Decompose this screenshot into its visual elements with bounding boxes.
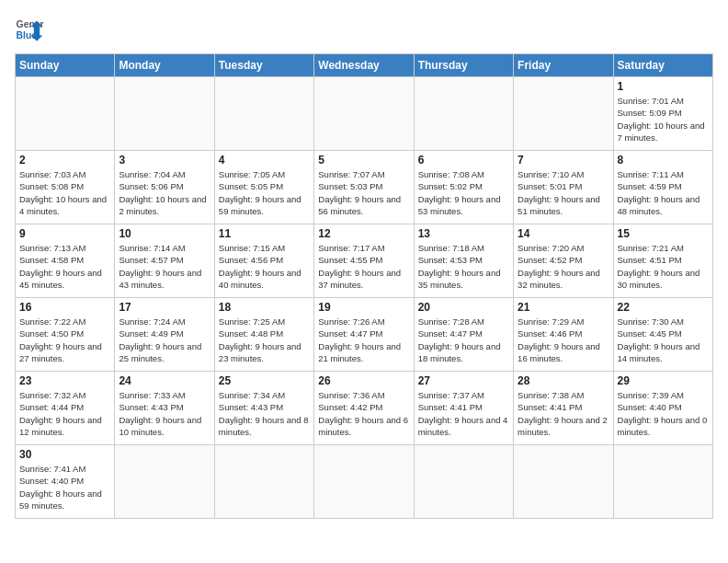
calendar-cell: 1Sunrise: 7:01 AM Sunset: 5:09 PM Daylig…: [613, 77, 712, 151]
calendar-cell: 22Sunrise: 7:30 AM Sunset: 4:45 PM Dayli…: [613, 298, 712, 372]
calendar-cell: 7Sunrise: 7:10 AM Sunset: 5:01 PM Daylig…: [514, 151, 613, 224]
day-info: Sunrise: 7:10 AM Sunset: 5:01 PM Dayligh…: [518, 168, 609, 217]
calendar-cell: 10Sunrise: 7:14 AM Sunset: 4:57 PM Dayli…: [115, 224, 214, 298]
calendar-week-row: 16Sunrise: 7:22 AM Sunset: 4:50 PM Dayli…: [16, 298, 713, 372]
calendar-cell: 21Sunrise: 7:29 AM Sunset: 4:46 PM Dayli…: [514, 298, 613, 372]
weekday-header-cell: Wednesday: [314, 54, 414, 77]
calendar-cell: 18Sunrise: 7:25 AM Sunset: 4:48 PM Dayli…: [214, 298, 313, 372]
calendar-cell: 4Sunrise: 7:05 AM Sunset: 5:05 PM Daylig…: [214, 151, 313, 224]
day-info: Sunrise: 7:24 AM Sunset: 4:49 PM Dayligh…: [119, 316, 210, 364]
logo-icon: General Blue: [15, 15, 44, 44]
day-info: Sunrise: 7:14 AM Sunset: 4:57 PM Dayligh…: [119, 242, 210, 291]
day-info: Sunrise: 7:39 AM Sunset: 4:40 PM Dayligh…: [618, 389, 709, 438]
calendar-cell: 13Sunrise: 7:18 AM Sunset: 4:53 PM Dayli…: [414, 224, 513, 298]
calendar-cell: [613, 445, 712, 519]
calendar-cell: 8Sunrise: 7:11 AM Sunset: 4:59 PM Daylig…: [613, 151, 712, 224]
calendar-cell: [314, 77, 414, 151]
day-number: 7: [518, 154, 609, 167]
calendar-week-row: 23Sunrise: 7:32 AM Sunset: 4:44 PM Dayli…: [16, 372, 713, 445]
calendar-cell: 25Sunrise: 7:34 AM Sunset: 4:43 PM Dayli…: [214, 372, 313, 445]
calendar-cell: 26Sunrise: 7:36 AM Sunset: 4:42 PM Dayli…: [314, 372, 414, 445]
calendar-table: SundayMondayTuesdayWednesdayThursdayFrid…: [15, 53, 713, 519]
day-info: Sunrise: 7:34 AM Sunset: 4:43 PM Dayligh…: [219, 389, 310, 438]
day-info: Sunrise: 7:08 AM Sunset: 5:02 PM Dayligh…: [418, 168, 509, 217]
calendar-cell: [414, 445, 513, 519]
calendar-cell: 19Sunrise: 7:26 AM Sunset: 4:47 PM Dayli…: [314, 298, 414, 372]
calendar-cell: 5Sunrise: 7:07 AM Sunset: 5:03 PM Daylig…: [314, 151, 414, 224]
day-info: Sunrise: 7:05 AM Sunset: 5:05 PM Dayligh…: [219, 168, 310, 217]
weekday-header-cell: Saturday: [613, 54, 712, 77]
calendar-cell: [514, 445, 613, 519]
calendar-cell: 16Sunrise: 7:22 AM Sunset: 4:50 PM Dayli…: [16, 298, 115, 372]
calendar-cell: 15Sunrise: 7:21 AM Sunset: 4:51 PM Dayli…: [613, 224, 712, 298]
day-number: 2: [19, 154, 110, 167]
day-number: 5: [318, 154, 409, 167]
day-info: Sunrise: 7:30 AM Sunset: 4:45 PM Dayligh…: [618, 316, 709, 364]
day-info: Sunrise: 7:26 AM Sunset: 4:47 PM Dayligh…: [318, 316, 409, 364]
logo: General Blue: [15, 15, 44, 44]
day-number: 14: [518, 227, 609, 240]
calendar-cell: 24Sunrise: 7:33 AM Sunset: 4:43 PM Dayli…: [115, 372, 214, 445]
day-info: Sunrise: 7:41 AM Sunset: 4:40 PM Dayligh…: [19, 463, 110, 511]
day-number: 10: [119, 227, 210, 240]
day-info: Sunrise: 7:11 AM Sunset: 4:59 PM Dayligh…: [618, 168, 709, 217]
day-number: 21: [518, 301, 609, 314]
calendar-cell: 29Sunrise: 7:39 AM Sunset: 4:40 PM Dayli…: [613, 372, 712, 445]
calendar-cell: [214, 445, 313, 519]
day-info: Sunrise: 7:20 AM Sunset: 4:52 PM Dayligh…: [518, 242, 609, 291]
day-info: Sunrise: 7:21 AM Sunset: 4:51 PM Dayligh…: [618, 242, 709, 291]
day-number: 23: [19, 374, 110, 387]
calendar-cell: [115, 445, 214, 519]
calendar-cell: 2Sunrise: 7:03 AM Sunset: 5:08 PM Daylig…: [16, 151, 115, 224]
day-number: 29: [618, 374, 709, 387]
page-header: General Blue: [15, 15, 713, 44]
calendar-cell: 3Sunrise: 7:04 AM Sunset: 5:06 PM Daylig…: [115, 151, 214, 224]
day-info: Sunrise: 7:22 AM Sunset: 4:50 PM Dayligh…: [19, 316, 110, 364]
day-info: Sunrise: 7:15 AM Sunset: 4:56 PM Dayligh…: [219, 242, 310, 291]
day-number: 6: [418, 154, 509, 167]
day-number: 1: [618, 80, 709, 93]
calendar-cell: 28Sunrise: 7:38 AM Sunset: 4:41 PM Dayli…: [514, 372, 613, 445]
weekday-header-row: SundayMondayTuesdayWednesdayThursdayFrid…: [16, 54, 713, 77]
calendar-cell: 17Sunrise: 7:24 AM Sunset: 4:49 PM Dayli…: [115, 298, 214, 372]
day-number: 27: [418, 374, 509, 387]
day-number: 15: [618, 227, 709, 240]
day-info: Sunrise: 7:37 AM Sunset: 4:41 PM Dayligh…: [418, 389, 509, 438]
day-number: 30: [19, 448, 110, 461]
calendar-cell: 9Sunrise: 7:13 AM Sunset: 4:58 PM Daylig…: [16, 224, 115, 298]
day-number: 20: [418, 301, 509, 314]
day-number: 19: [318, 301, 409, 314]
day-number: 24: [119, 374, 210, 387]
day-number: 4: [219, 154, 310, 167]
day-info: Sunrise: 7:17 AM Sunset: 4:55 PM Dayligh…: [318, 242, 409, 291]
calendar-body: 1Sunrise: 7:01 AM Sunset: 5:09 PM Daylig…: [16, 77, 713, 519]
calendar-cell: [115, 77, 214, 151]
calendar-week-row: 9Sunrise: 7:13 AM Sunset: 4:58 PM Daylig…: [16, 224, 713, 298]
calendar-cell: [314, 445, 414, 519]
day-info: Sunrise: 7:13 AM Sunset: 4:58 PM Dayligh…: [19, 242, 110, 291]
calendar-cell: 12Sunrise: 7:17 AM Sunset: 4:55 PM Dayli…: [314, 224, 414, 298]
day-number: 26: [318, 374, 409, 387]
day-number: 25: [219, 374, 310, 387]
day-info: Sunrise: 7:29 AM Sunset: 4:46 PM Dayligh…: [518, 316, 609, 364]
day-number: 22: [618, 301, 709, 314]
calendar-week-row: 1Sunrise: 7:01 AM Sunset: 5:09 PM Daylig…: [16, 77, 713, 151]
calendar-cell: 14Sunrise: 7:20 AM Sunset: 4:52 PM Dayli…: [514, 224, 613, 298]
day-number: 17: [119, 301, 210, 314]
day-info: Sunrise: 7:33 AM Sunset: 4:43 PM Dayligh…: [119, 389, 210, 438]
day-info: Sunrise: 7:25 AM Sunset: 4:48 PM Dayligh…: [219, 316, 310, 364]
day-info: Sunrise: 7:04 AM Sunset: 5:06 PM Dayligh…: [119, 168, 210, 217]
calendar-week-row: 2Sunrise: 7:03 AM Sunset: 5:08 PM Daylig…: [16, 151, 713, 224]
day-info: Sunrise: 7:38 AM Sunset: 4:41 PM Dayligh…: [518, 389, 609, 438]
weekday-header-cell: Tuesday: [214, 54, 313, 77]
calendar-cell: 20Sunrise: 7:28 AM Sunset: 4:47 PM Dayli…: [414, 298, 513, 372]
day-number: 18: [219, 301, 310, 314]
calendar-cell: [514, 77, 613, 151]
day-info: Sunrise: 7:03 AM Sunset: 5:08 PM Dayligh…: [19, 168, 110, 217]
day-info: Sunrise: 7:18 AM Sunset: 4:53 PM Dayligh…: [418, 242, 509, 291]
day-number: 8: [618, 154, 709, 167]
day-info: Sunrise: 7:32 AM Sunset: 4:44 PM Dayligh…: [19, 389, 110, 438]
day-number: 16: [19, 301, 110, 314]
weekday-header-cell: Friday: [514, 54, 613, 77]
calendar-cell: [16, 77, 115, 151]
